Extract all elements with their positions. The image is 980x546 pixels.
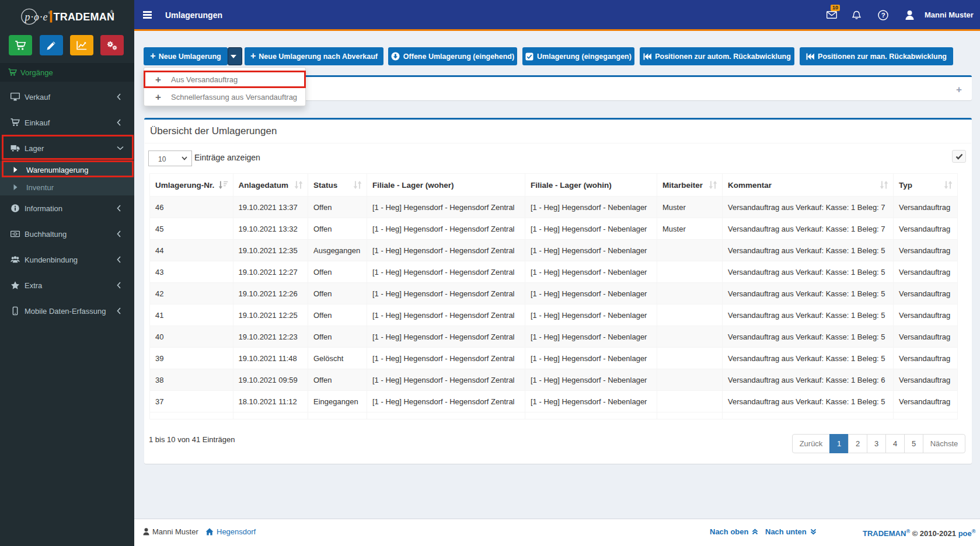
svg-text:p·o·e: p·o·e <box>24 11 48 23</box>
svg-text:TRADEMAN: TRADEMAN <box>54 11 115 23</box>
svg-text:?: ? <box>881 12 885 19</box>
svg-text:®: ® <box>110 10 113 14</box>
